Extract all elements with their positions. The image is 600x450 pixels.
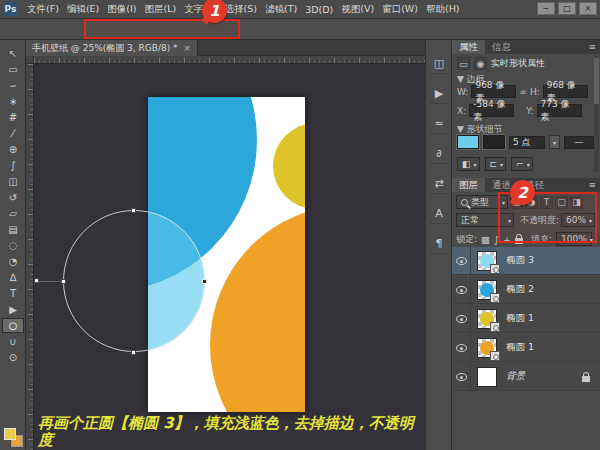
- lock-icon: [582, 376, 590, 382]
- character-panel-icon[interactable]: A: [429, 204, 449, 224]
- document-tab[interactable]: 手机壁纸 @ 25%(椭圆 3, RGB/8) * ×: [26, 40, 198, 56]
- properties-tab-bar: 属性 信息 ≡: [452, 40, 600, 54]
- anchor-bottom[interactable]: [131, 350, 136, 355]
- eye-icon: [456, 373, 467, 381]
- menu-edit[interactable]: 编辑(E): [63, 3, 103, 16]
- anchor-right[interactable]: [202, 279, 207, 284]
- vertical-ruler: [26, 64, 34, 450]
- panel-menu-icon[interactable]: ≡: [588, 40, 600, 54]
- visibility-toggle[interactable]: [452, 305, 471, 333]
- layer-thumbnail[interactable]: [477, 338, 497, 358]
- lasso-tool[interactable]: ∽: [2, 78, 24, 93]
- layer-row-ellipse-2[interactable]: 椭圆 2: [452, 276, 600, 304]
- layer-thumbnail[interactable]: [477, 251, 497, 271]
- layer-row-ellipse-3[interactable]: 椭圆 3: [452, 247, 600, 275]
- prop-stroke-width-field[interactable]: 5 点: [509, 136, 545, 149]
- brush-presets-panel-icon[interactable]: ≈: [429, 114, 449, 134]
- minimize-button[interactable]: ─: [537, 2, 555, 15]
- layer-name[interactable]: 椭圆 1: [506, 312, 534, 325]
- visibility-toggle[interactable]: [452, 363, 471, 391]
- hand-tool[interactable]: ∪: [2, 334, 24, 349]
- prop-x-field[interactable]: -584 像素: [469, 104, 514, 117]
- menu-help[interactable]: 帮助(H): [422, 3, 464, 16]
- move-tool[interactable]: ↖: [2, 46, 24, 61]
- layer-name[interactable]: 椭圆 3: [506, 254, 534, 267]
- tab-properties[interactable]: 属性: [452, 40, 485, 54]
- prop-stroke-style[interactable]: —: [564, 136, 594, 149]
- stroke-align-dropdown[interactable]: ◧▾: [457, 157, 480, 171]
- link-dimensions-icon[interactable]: ∞: [519, 87, 527, 97]
- prop-h-field[interactable]: 968 像素: [543, 85, 588, 98]
- styles-panel-icon[interactable]: ∂: [429, 144, 449, 164]
- menu-image[interactable]: 图像(I): [103, 3, 140, 16]
- properties-scrollbar[interactable]: [594, 56, 599, 172]
- lock-transparent-icon[interactable]: ▩: [481, 234, 490, 245]
- vector-mask-icon: [490, 293, 500, 303]
- layer-thumbnail[interactable]: [477, 280, 497, 300]
- anchor-top[interactable]: [131, 208, 136, 213]
- maximize-button[interactable]: □: [558, 2, 576, 15]
- history-brush-tool[interactable]: ↺: [2, 190, 24, 205]
- eraser-tool[interactable]: ▱: [2, 206, 24, 221]
- menu-layer[interactable]: 图层(L): [141, 3, 181, 16]
- path-select-tool[interactable]: ▶: [2, 302, 24, 317]
- menu-3d[interactable]: 3D(D): [301, 4, 337, 15]
- actions-panel-icon[interactable]: ▶: [429, 84, 449, 104]
- anchor-left[interactable]: [61, 279, 66, 284]
- layer-row-background[interactable]: 背景: [452, 363, 600, 391]
- eyedropper-tool[interactable]: ⁄: [2, 126, 24, 141]
- search-icon: [461, 199, 468, 206]
- foreground-color-swatch[interactable]: [4, 428, 16, 440]
- paragraph-panel-icon[interactable]: ¶: [429, 234, 449, 254]
- prop-w-field[interactable]: 968 像素: [471, 85, 516, 98]
- clone-stamp-tool[interactable]: ◫: [2, 174, 24, 189]
- stroke-corners-dropdown[interactable]: ⌐▾: [511, 157, 533, 171]
- caption-line-1: 再画个正圆【椭圆 3】，填充浅蓝色，去掉描边，不透明度: [38, 414, 414, 449]
- layer-row-ellipse-1-orange[interactable]: 椭圆 1: [452, 334, 600, 362]
- menu-file[interactable]: 文件(F): [23, 3, 63, 16]
- layer-name[interactable]: 椭圆 2: [506, 283, 534, 296]
- menu-window[interactable]: 窗口(W): [378, 3, 422, 16]
- layer-thumbnail[interactable]: [477, 309, 497, 329]
- menu-view[interactable]: 视图(V): [337, 3, 378, 16]
- brush-tool[interactable]: ∫: [2, 158, 24, 173]
- mask-properties-icon[interactable]: ◉: [474, 57, 487, 70]
- canvas-area[interactable]: [34, 64, 425, 450]
- type-tool[interactable]: T: [2, 286, 24, 301]
- marquee-tool[interactable]: ▭: [2, 62, 24, 77]
- visibility-toggle[interactable]: [452, 334, 471, 362]
- healing-tool[interactable]: ⊕: [2, 142, 24, 157]
- prop-y-field[interactable]: 773 像素: [537, 104, 582, 117]
- crop-tool[interactable]: #: [2, 110, 24, 125]
- horizontal-ruler: [34, 56, 425, 64]
- dodge-tool[interactable]: ◔: [2, 254, 24, 269]
- photoshop-window: Ps 文件(F) 编辑(E) 图像(I) 图层(L) 文字(Y) 选择(S) 滤…: [0, 0, 600, 450]
- layer-thumbnail[interactable]: [477, 367, 497, 387]
- tab-close-icon[interactable]: ×: [184, 43, 192, 53]
- stroke-caps-dropdown[interactable]: ⊏▾: [485, 157, 507, 171]
- blur-tool[interactable]: ◌: [2, 238, 24, 253]
- pen-tool[interactable]: ∆: [2, 270, 24, 285]
- layer-name[interactable]: 背景: [506, 370, 525, 383]
- tab-layers[interactable]: 图层: [452, 178, 485, 192]
- vector-mask-icon: [490, 351, 500, 361]
- swap-panel-icon[interactable]: ⇄: [429, 174, 449, 194]
- path-edge-handle[interactable]: [34, 278, 39, 283]
- close-button[interactable]: ×: [579, 2, 597, 15]
- panel-icon-dock: ◫ ▶ ≈ ∂ ⇄ A ¶: [425, 40, 452, 450]
- visibility-toggle[interactable]: [452, 276, 471, 304]
- clone-source-panel-icon[interactable]: ◫: [429, 54, 449, 74]
- chevron-down-icon[interactable]: ▾: [549, 135, 560, 149]
- zoom-tool[interactable]: ⊙: [2, 350, 24, 365]
- menu-filter[interactable]: 滤镜(T): [261, 3, 301, 16]
- layer-row-ellipse-1-yellow[interactable]: 椭圆 1: [452, 305, 600, 333]
- visibility-toggle[interactable]: [452, 247, 471, 275]
- gradient-tool[interactable]: ▤: [2, 222, 24, 237]
- prop-fill-swatch[interactable]: [457, 135, 479, 149]
- tab-info[interactable]: 信息: [485, 40, 518, 54]
- panel-menu-icon[interactable]: ≡: [588, 178, 600, 192]
- quick-select-tool[interactable]: ∗: [2, 94, 24, 109]
- layer-name[interactable]: 椭圆 1: [506, 341, 534, 354]
- prop-stroke-swatch[interactable]: [483, 135, 505, 149]
- ellipse-shape-tool[interactable]: ○: [2, 318, 24, 333]
